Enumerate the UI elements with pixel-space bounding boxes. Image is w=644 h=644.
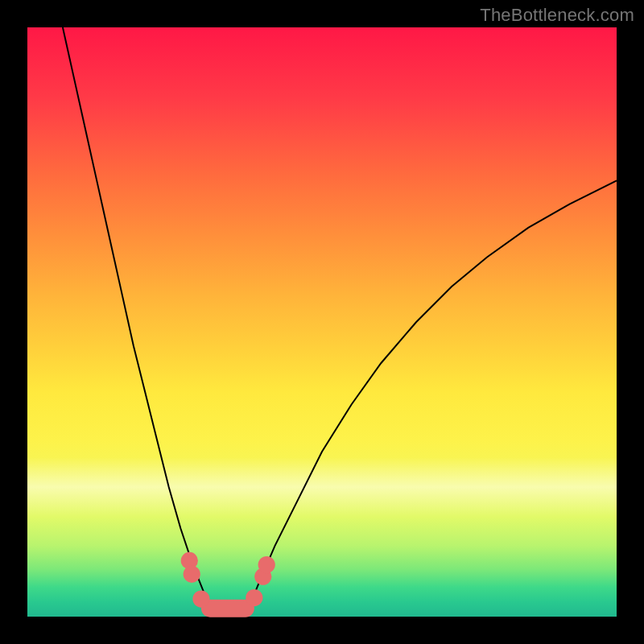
marker-dot xyxy=(192,590,209,607)
marker-dot xyxy=(184,566,200,583)
marker-dots xyxy=(181,552,275,608)
marker-dot xyxy=(258,556,275,573)
curve-layer xyxy=(27,27,617,617)
curve-right-branch xyxy=(246,180,617,617)
curve-left-branch xyxy=(63,27,210,617)
plot-area xyxy=(27,27,617,617)
watermark-text: TheBottleneck.com xyxy=(480,5,634,26)
marker-dot xyxy=(246,589,262,606)
chart-frame: TheBottleneck.com xyxy=(0,0,644,644)
